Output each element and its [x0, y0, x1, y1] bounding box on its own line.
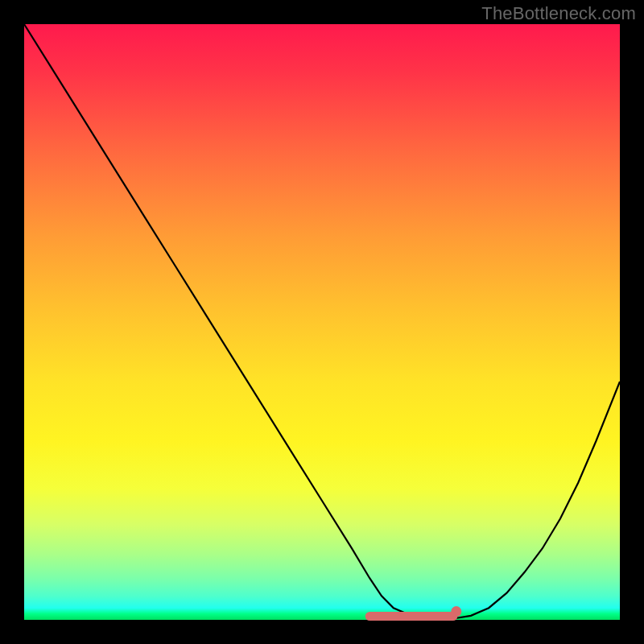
- curve-svg: [24, 24, 620, 620]
- bottleneck-curve-path: [24, 24, 620, 619]
- highlight-end-dot: [451, 606, 461, 617]
- attribution-text: TheBottleneck.com: [481, 3, 636, 24]
- plot-area: [24, 24, 620, 620]
- highlight-band: [369, 606, 461, 617]
- chart-container: TheBottleneck.com: [0, 0, 644, 644]
